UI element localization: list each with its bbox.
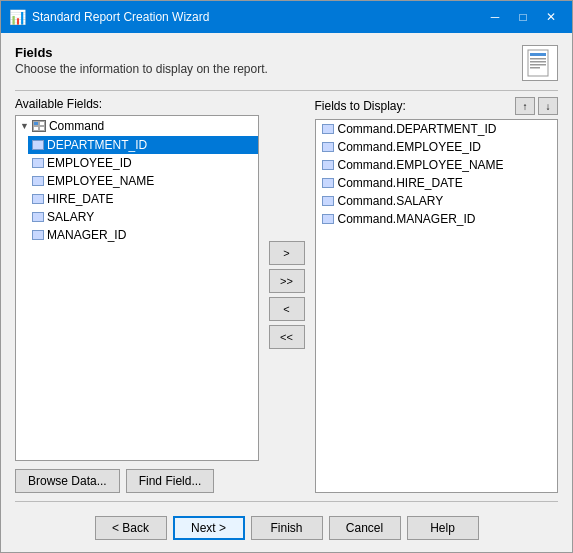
field-label-employee-name: EMPLOYEE_NAME xyxy=(47,174,154,188)
field-item-salary[interactable]: SALARY xyxy=(28,208,258,226)
field-icon-4 xyxy=(32,194,44,204)
minimize-button[interactable]: ─ xyxy=(482,7,508,27)
field-label-employee-id: EMPLOYEE_ID xyxy=(47,156,132,170)
next-button[interactable]: Next > xyxy=(173,516,245,540)
field-label-hire-date: HIRE_DATE xyxy=(47,192,113,206)
expand-icon: ▼ xyxy=(20,121,29,131)
display-field-icon-1 xyxy=(322,124,334,134)
display-field-label-5: Command.SALARY xyxy=(338,194,444,208)
display-item-1[interactable]: Command.DEPARTMENT_ID xyxy=(316,120,558,138)
tree-root-label: Command xyxy=(49,119,104,133)
field-icon-2 xyxy=(32,158,44,168)
fields-to-display-panel: Fields to Display: ↑ ↓ Command.DEPARTMEN… xyxy=(315,97,559,493)
remove-button[interactable]: < xyxy=(269,297,305,321)
main-area: Available Fields: ▼ C xyxy=(15,97,558,493)
field-item-manager-id[interactable]: MANAGER_ID xyxy=(28,226,258,244)
field-item-department-id[interactable]: DEPARTMENT_ID xyxy=(28,136,258,154)
footer-divider xyxy=(15,501,558,502)
tree-children: DEPARTMENT_ID EMPLOYEE_ID EMPLOYEE_NAME xyxy=(16,136,258,244)
field-label-salary: SALARY xyxy=(47,210,94,224)
maximize-button[interactable]: □ xyxy=(510,7,536,27)
field-icon-5 xyxy=(32,212,44,222)
field-item-employee-id[interactable]: EMPLOYEE_ID xyxy=(28,154,258,172)
field-item-employee-name[interactable]: EMPLOYEE_NAME xyxy=(28,172,258,190)
field-item-hire-date[interactable]: HIRE_DATE xyxy=(28,190,258,208)
window-icon: 📊 xyxy=(9,9,26,25)
browse-data-button[interactable]: Browse Data... xyxy=(15,469,120,493)
cancel-button[interactable]: Cancel xyxy=(329,516,401,540)
title-bar: 📊 Standard Report Creation Wizard ─ □ ✕ xyxy=(1,1,572,33)
header-divider xyxy=(15,90,558,91)
field-icon-3 xyxy=(32,176,44,186)
finish-button[interactable]: Finish xyxy=(251,516,323,540)
field-icon-6 xyxy=(32,230,44,240)
svg-rect-1 xyxy=(530,53,546,56)
display-field-label-3: Command.EMPLOYEE_NAME xyxy=(338,158,504,172)
svg-rect-4 xyxy=(530,64,546,66)
display-item-3[interactable]: Command.EMPLOYEE_NAME xyxy=(316,156,558,174)
field-label-manager-id: MANAGER_ID xyxy=(47,228,126,242)
available-fields-label: Available Fields: xyxy=(15,97,259,111)
add-all-button[interactable]: >> xyxy=(269,269,305,293)
available-fields-list[interactable]: ▼ Command xyxy=(15,115,259,461)
transfer-buttons-panel: > >> < << xyxy=(265,97,309,493)
sort-arrows: ↑ ↓ xyxy=(515,97,558,115)
back-button[interactable]: < Back xyxy=(95,516,167,540)
display-item-2[interactable]: Command.EMPLOYEE_ID xyxy=(316,138,558,156)
display-field-icon-5 xyxy=(322,196,334,206)
browse-find-row: Browse Data... Find Field... xyxy=(15,469,259,493)
section-desc: Choose the information to display on the… xyxy=(15,62,558,76)
display-field-label-6: Command.MANAGER_ID xyxy=(338,212,476,226)
field-icon-1 xyxy=(32,140,44,150)
section-title: Fields xyxy=(15,45,558,60)
window-title: Standard Report Creation Wizard xyxy=(32,10,209,24)
fields-display-header-row: Fields to Display: ↑ ↓ xyxy=(315,97,559,115)
remove-all-button[interactable]: << xyxy=(269,325,305,349)
fields-to-display-label: Fields to Display: xyxy=(315,99,406,113)
report-icon xyxy=(522,45,558,81)
display-field-icon-6 xyxy=(322,214,334,224)
display-field-icon-2 xyxy=(322,142,334,152)
svg-rect-3 xyxy=(530,61,546,63)
field-label-department-id: DEPARTMENT_ID xyxy=(47,138,147,152)
sort-down-button[interactable]: ↓ xyxy=(538,97,558,115)
close-button[interactable]: ✕ xyxy=(538,7,564,27)
display-item-6[interactable]: Command.MANAGER_ID xyxy=(316,210,558,228)
add-button[interactable]: > xyxy=(269,241,305,265)
content-area: Fields Choose the information to display… xyxy=(1,33,572,552)
display-field-label-2: Command.EMPLOYEE_ID xyxy=(338,140,481,154)
header-area: Fields Choose the information to display… xyxy=(15,45,558,76)
sort-up-button[interactable]: ↑ xyxy=(515,97,535,115)
fields-to-display-list[interactable]: Command.DEPARTMENT_ID Command.EMPLOYEE_I… xyxy=(315,119,559,493)
main-window: 📊 Standard Report Creation Wizard ─ □ ✕ … xyxy=(0,0,573,553)
svg-rect-5 xyxy=(530,67,540,69)
display-field-icon-4 xyxy=(322,178,334,188)
display-field-label-1: Command.DEPARTMENT_ID xyxy=(338,122,497,136)
display-item-5[interactable]: Command.SALARY xyxy=(316,192,558,210)
display-field-label-4: Command.HIRE_DATE xyxy=(338,176,463,190)
display-field-icon-3 xyxy=(322,160,334,170)
help-button[interactable]: Help xyxy=(407,516,479,540)
display-item-4[interactable]: Command.HIRE_DATE xyxy=(316,174,558,192)
svg-rect-2 xyxy=(530,58,546,60)
footer-nav: < Back Next > Finish Cancel Help xyxy=(15,508,558,544)
available-fields-panel: Available Fields: ▼ C xyxy=(15,97,259,493)
tree-root-command[interactable]: ▼ Command xyxy=(16,116,258,136)
table-icon xyxy=(32,120,46,132)
find-field-button[interactable]: Find Field... xyxy=(126,469,215,493)
